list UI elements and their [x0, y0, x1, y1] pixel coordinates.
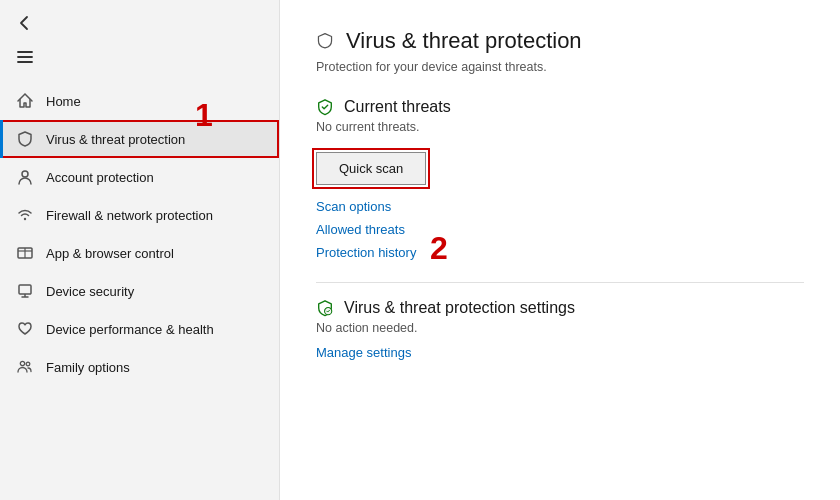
- svg-point-3: [22, 171, 28, 177]
- manage-settings-link[interactable]: Manage settings: [316, 345, 804, 360]
- settings-text: No action needed.: [316, 321, 804, 335]
- sidebar: Home Virus & threat protection Account p…: [0, 0, 280, 500]
- sidebar-item-app-browser-label: App & browser control: [46, 246, 174, 261]
- heart-icon: [16, 320, 34, 338]
- sidebar-item-family-label: Family options: [46, 360, 130, 375]
- wifi-icon: [16, 206, 34, 224]
- current-threats-text: No current threats.: [316, 120, 804, 134]
- scan-options-link[interactable]: Scan options: [316, 199, 804, 214]
- page-subtitle: Protection for your device against threa…: [316, 60, 804, 74]
- main-shield-icon: [316, 32, 334, 50]
- svg-point-11: [20, 361, 24, 365]
- settings-title-row: Virus & threat protection settings: [316, 299, 804, 317]
- device-icon: [16, 282, 34, 300]
- svg-point-4: [24, 218, 26, 220]
- protection-history-link[interactable]: Protection history: [316, 245, 804, 260]
- sidebar-item-app-browser[interactable]: App & browser control: [0, 234, 279, 272]
- sidebar-item-firewall[interactable]: Firewall & network protection: [0, 196, 279, 234]
- settings-shield-icon: [316, 299, 334, 317]
- allowed-threats-link[interactable]: Allowed threats: [316, 222, 804, 237]
- sidebar-nav: Home Virus & threat protection Account p…: [0, 82, 279, 386]
- sidebar-item-device-performance[interactable]: Device performance & health: [0, 310, 279, 348]
- threats-icon: [316, 98, 334, 116]
- current-threats-title-row: Current threats: [316, 98, 804, 116]
- sidebar-item-home[interactable]: Home: [0, 82, 279, 120]
- home-icon: [16, 92, 34, 110]
- back-icon: [16, 14, 34, 32]
- section-divider: [316, 282, 804, 283]
- app-icon: [16, 244, 34, 262]
- hamburger-icon: [16, 48, 34, 66]
- sidebar-item-firewall-label: Firewall & network protection: [46, 208, 213, 223]
- main-content: Virus & threat protection Protection for…: [280, 0, 840, 500]
- back-button[interactable]: [0, 6, 279, 40]
- sidebar-item-device-security-label: Device security: [46, 284, 134, 299]
- shield-icon: [16, 130, 34, 148]
- svg-rect-8: [19, 285, 31, 294]
- page-title: Virus & threat protection: [346, 28, 582, 54]
- settings-title: Virus & threat protection settings: [344, 299, 575, 317]
- quick-scan-button[interactable]: Quick scan: [316, 152, 426, 185]
- person-icon: [16, 168, 34, 186]
- sidebar-item-family[interactable]: Family options: [0, 348, 279, 386]
- sidebar-item-device-security[interactable]: Device security: [0, 272, 279, 310]
- sidebar-item-virus-label: Virus & threat protection: [46, 132, 185, 147]
- sidebar-item-account[interactable]: Account protection: [0, 158, 279, 196]
- sidebar-item-performance-label: Device performance & health: [46, 322, 214, 337]
- current-threats-title: Current threats: [344, 98, 451, 116]
- sidebar-item-home-label: Home: [46, 94, 81, 109]
- sidebar-item-virus-threat[interactable]: Virus & threat protection: [0, 120, 279, 158]
- family-icon: [16, 358, 34, 376]
- page-title-row: Virus & threat protection: [316, 28, 804, 54]
- svg-point-12: [26, 362, 30, 366]
- sidebar-item-account-label: Account protection: [46, 170, 154, 185]
- menu-icon[interactable]: [0, 40, 279, 78]
